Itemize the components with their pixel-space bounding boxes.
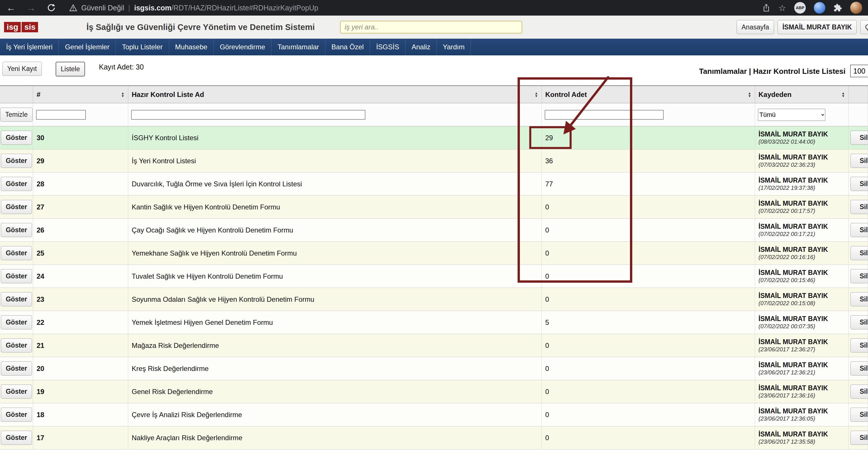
isgsis-logo: isg sis [4, 22, 38, 32]
reload-icon[interactable] [47, 3, 56, 12]
url-path: /RDT/HAZ/RDHazirListe#RDHazirKayitPopUp [172, 4, 318, 12]
address-bar[interactable]: Güvenli Değil | isgsis.com/RDT/HAZ/RDHaz… [69, 3, 318, 12]
show-button[interactable]: Göster [1, 407, 32, 422]
row-name: Kantin Sağlık ve Hijyen Kontrolü Denetim… [128, 196, 542, 218]
sort-icon[interactable]: ▲▼ [841, 92, 845, 97]
savedby-date: (17/02/2022 19:37:38) [758, 185, 815, 191]
nav-item[interactable]: Muhasebe [169, 39, 214, 55]
forward-icon[interactable]: → [27, 0, 36, 16]
row-name: Mağaza Risk Değerlendirme [128, 334, 542, 357]
delete-button[interactable]: Sil [850, 131, 868, 145]
delete-button[interactable]: Sil [850, 154, 868, 168]
filter-name-input[interactable] [131, 110, 365, 120]
savedby-name: İSMAİL MURAT BAYIK [758, 361, 828, 369]
extension-badge-blue[interactable] [814, 2, 825, 13]
nav-item[interactable]: İş Yeri İşlemleri [0, 39, 59, 55]
show-button[interactable]: Göster [1, 338, 32, 353]
bookmark-star-icon[interactable]: ☆ [778, 3, 786, 13]
share-icon[interactable] [762, 3, 770, 12]
security-label: Güvenli Değil [81, 4, 124, 12]
delete-button[interactable]: Sil [850, 177, 868, 191]
row-id: 19 [33, 380, 128, 403]
column-header-name: Hazır Kontrol Liste Ad [132, 91, 204, 99]
savedby-name: İSMAİL MURAT BAYIK [758, 430, 828, 438]
show-button[interactable]: Göster [1, 361, 32, 375]
nav-item[interactable]: Görevlendirme [214, 39, 272, 55]
row-name: Soyunma Odaları Sağlık ve Hijyen Kontrol… [128, 288, 542, 311]
delete-button[interactable]: Sil [850, 315, 868, 330]
delete-button[interactable]: Sil [850, 200, 868, 214]
sort-icon[interactable]: ▲▼ [121, 92, 124, 97]
clear-filters-button[interactable]: Temizle [0, 108, 33, 122]
row-savedby: İSMAİL MURAT BAYIK (07/02/2022 00:15:08) [755, 288, 849, 311]
filter-count-input[interactable] [545, 110, 664, 120]
table-row: Göster 24 Tuvalet Sağlık ve Hijyen Kontr… [0, 265, 868, 288]
row-name: Çevre İş Analizi Risk Değerlendirme [128, 403, 542, 426]
delete-button[interactable]: Sil [850, 385, 868, 399]
table-row: Göster 17 Nakliye Araçları Risk Değerlen… [0, 426, 868, 449]
show-button[interactable]: Göster [1, 177, 32, 191]
row-savedby: İSMAİL MURAT BAYIK (23/06/2017 12:36:27) [755, 334, 849, 357]
header-actions-cell [0, 86, 33, 103]
table-row: Göster 22 Yemek İşletmesi Hijyen Genel D… [0, 311, 868, 334]
row-count: 0 [542, 288, 755, 311]
logout-button[interactable]: Çıkış [860, 20, 868, 34]
nav-item[interactable]: Toplu Listeler [116, 39, 169, 55]
row-name: Duvarcılık, Tuğla Örme ve Sıva İşleri İç… [128, 172, 542, 195]
adblock-extension-badge[interactable]: ABP [794, 2, 806, 13]
delete-button[interactable]: Sil [850, 431, 868, 445]
show-button[interactable]: Göster [1, 292, 32, 306]
nav-item[interactable]: Yardım [437, 39, 471, 55]
header-count-cell: Kontrol Adet ▲▼ [542, 86, 755, 103]
show-button[interactable]: Göster [1, 431, 32, 445]
savedby-date: (07/02/2022 00:17:57) [758, 208, 815, 214]
show-button[interactable]: Göster [1, 269, 32, 283]
nav-item[interactable]: Analiz [405, 39, 437, 55]
user-button[interactable]: İSMAİL MURAT BAYIK [777, 20, 857, 34]
show-button[interactable]: Göster [1, 223, 32, 237]
row-id: 26 [33, 219, 128, 242]
list-button[interactable]: Listele [56, 62, 85, 77]
delete-button[interactable]: Sil [850, 246, 868, 260]
extensions-puzzle-icon[interactable] [833, 3, 842, 12]
show-button[interactable]: Göster [1, 131, 32, 145]
delete-button[interactable]: Sil [850, 223, 868, 237]
url-separator: | [128, 3, 130, 12]
show-button[interactable]: Göster [1, 154, 32, 168]
filter-savedby-select[interactable]: Tümü [758, 109, 825, 121]
delete-button[interactable]: Sil [850, 292, 868, 306]
delete-button[interactable]: Sil [850, 407, 868, 422]
delete-button[interactable]: Sil [850, 361, 868, 375]
app-header: isg sis İş Sağlığı ve Güvenliği Çevre Yö… [0, 16, 868, 39]
page-size-input[interactable] [850, 65, 868, 77]
nav-item[interactable]: Tanımlamalar [272, 39, 326, 55]
delete-button[interactable]: Sil [850, 269, 868, 283]
show-button[interactable]: Göster [1, 385, 32, 399]
nav-item[interactable]: Bana Özel [326, 39, 370, 55]
table-row: Göster 29 İş Yeri Kontrol Listesi 36 İSM… [0, 149, 868, 172]
delete-button[interactable]: Sil [850, 338, 868, 353]
user-avatar[interactable] [850, 2, 862, 14]
back-icon[interactable]: ← [6, 0, 16, 16]
row-count: 0 [542, 403, 755, 426]
sort-icon[interactable]: ▲▼ [748, 92, 751, 97]
nav-item[interactable]: İSGSİS [370, 39, 405, 55]
row-savedby: İSMAİL MURAT BAYIK (07/02/2022 00:17:57) [755, 196, 849, 218]
nav-item[interactable]: Genel İşlemler [59, 39, 116, 55]
row-savedby: İSMAİL MURAT BAYIK (08/03/2022 01:44:00) [755, 126, 849, 149]
table-row: Göster 30 İSGHY Kontrol Listesi 29 İSMAİ… [0, 126, 868, 149]
show-button[interactable]: Göster [1, 315, 32, 330]
sort-icon[interactable]: ▲▼ [534, 92, 538, 97]
table-row: Göster 27 Kantin Sağlık ve Hijyen Kontro… [0, 196, 868, 219]
row-id: 21 [33, 334, 128, 357]
row-id: 24 [33, 265, 128, 288]
toolbar: Yeni Kayıt Listele Kayıt Adet: 30 Tanıml… [0, 55, 868, 85]
workplace-search-input[interactable] [340, 21, 522, 33]
home-button[interactable]: Anasayfa [737, 20, 774, 34]
savedby-name: İSMAİL MURAT BAYIK [758, 200, 828, 207]
row-id: 25 [33, 242, 128, 264]
show-button[interactable]: Göster [1, 246, 32, 260]
show-button[interactable]: Göster [1, 200, 32, 214]
filter-id-input[interactable] [36, 110, 86, 120]
new-record-button[interactable]: Yeni Kayıt [2, 62, 42, 76]
